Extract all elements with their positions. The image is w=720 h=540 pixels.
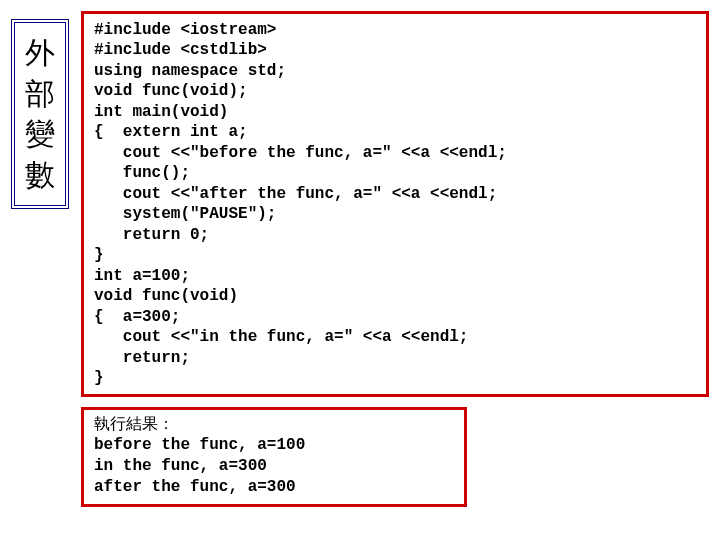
- code-line: void func(void): [94, 287, 238, 305]
- code-line: void func(void);: [94, 82, 248, 100]
- code-line: cout <<"after the func, a=" <<a <<endl;: [94, 185, 497, 203]
- code-line: return;: [94, 349, 190, 367]
- right-column: #include <iostream> #include <cstdlib> u…: [81, 11, 709, 507]
- title-char-1: 外: [25, 33, 55, 74]
- code-line: int a=100;: [94, 267, 190, 285]
- result-box: 執行結果： before the func, a=100 in the func…: [81, 407, 467, 506]
- title-char-4: 數: [25, 155, 55, 196]
- code-line: }: [94, 246, 104, 264]
- code-line: { extern int a;: [94, 123, 248, 141]
- result-line: in the func, a=300: [94, 456, 454, 477]
- code-line: cout <<"before the func, a=" <<a <<endl;: [94, 144, 507, 162]
- result-line: after the func, a=300: [94, 477, 454, 498]
- title-char-3: 變: [25, 114, 55, 155]
- slide-container: 外 部 變 數 #include <iostream> #include <cs…: [11, 11, 709, 507]
- code-line: #include <iostream>: [94, 21, 276, 39]
- code-line: using namespace std;: [94, 62, 286, 80]
- code-box: #include <iostream> #include <cstdlib> u…: [81, 11, 709, 397]
- code-line: }: [94, 369, 104, 387]
- code-line: #include <cstdlib>: [94, 41, 267, 59]
- result-line: before the func, a=100: [94, 435, 454, 456]
- title-box: 外 部 變 數: [11, 19, 69, 209]
- code-line: system("PAUSE");: [94, 205, 276, 223]
- code-line: { a=300;: [94, 308, 180, 326]
- code-line: cout <<"in the func, a=" <<a <<endl;: [94, 328, 468, 346]
- code-line: return 0;: [94, 226, 209, 244]
- title-char-2: 部: [25, 74, 55, 115]
- code-line: int main(void): [94, 103, 228, 121]
- code-line: func();: [94, 164, 190, 182]
- result-label: 執行結果：: [94, 414, 454, 435]
